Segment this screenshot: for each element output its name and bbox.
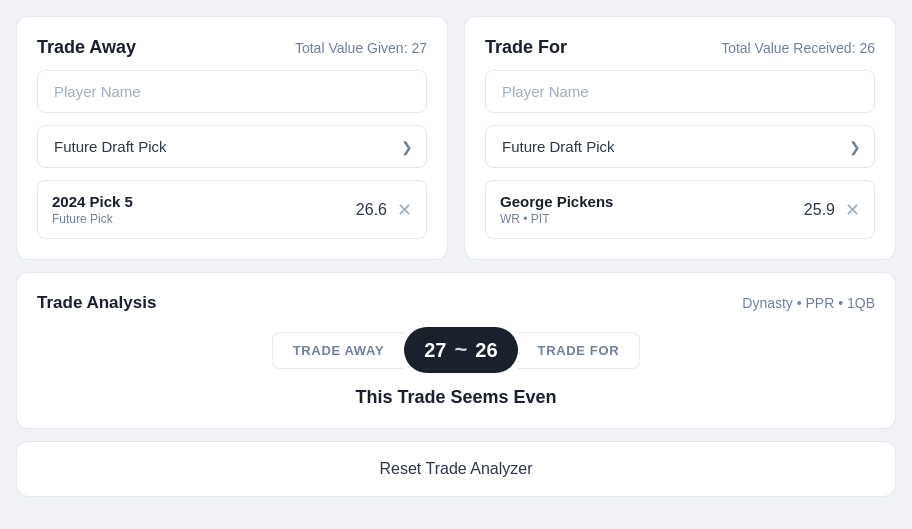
trade-for-player-input[interactable] — [485, 70, 875, 113]
trade-away-card-value: 26.6 — [356, 201, 387, 219]
analysis-section: Trade Analysis Dynasty • PPR • 1QB TRADE… — [16, 272, 896, 429]
trade-away-value: Total Value Given: 27 — [295, 40, 427, 56]
trade-away-title: Trade Away — [37, 37, 136, 58]
trade-for-panel: Trade For Total Value Received: 26 Futur… — [464, 16, 896, 260]
trade-for-card-info: George Pickens WR • PIT — [500, 193, 613, 226]
reset-section: Reset Trade Analyzer — [16, 441, 896, 497]
trade-away-player-input[interactable] — [37, 70, 427, 113]
trade-for-select-wrapper: Future Draft Pick ❯ — [485, 125, 875, 168]
trade-away-card-right: 26.6 ✕ — [356, 201, 412, 219]
trade-for-remove-button[interactable]: ✕ — [845, 201, 860, 219]
trade-for-header: Trade For Total Value Received: 26 — [485, 37, 875, 58]
analysis-bar: TRADE AWAY 27 ~ 26 TRADE FOR — [37, 327, 875, 373]
trade-away-panel: Trade Away Total Value Given: 27 Future … — [16, 16, 448, 260]
reset-button[interactable]: Reset Trade Analyzer — [16, 441, 896, 497]
trade-for-card-value: 25.9 — [804, 201, 835, 219]
trade-away-card-info: 2024 Pick 5 Future Pick — [52, 193, 133, 226]
trade-away-header: Trade Away Total Value Given: 27 — [37, 37, 427, 58]
analysis-meta: Dynasty • PPR • 1QB — [742, 295, 875, 311]
trade-for-card-sub: WR • PIT — [500, 212, 613, 226]
trade-for-draft-select[interactable]: Future Draft Pick — [485, 125, 875, 168]
trade-for-card-right: 25.9 ✕ — [804, 201, 860, 219]
top-panels: Trade Away Total Value Given: 27 Future … — [16, 16, 896, 260]
trade-away-card-name: 2024 Pick 5 — [52, 193, 133, 210]
score-away: 27 — [424, 339, 446, 362]
trade-away-draft-select[interactable]: Future Draft Pick — [37, 125, 427, 168]
trade-away-bar-label: TRADE AWAY — [272, 332, 405, 369]
trade-for-card-name: George Pickens — [500, 193, 613, 210]
trade-for-bar-label: TRADE FOR — [518, 332, 641, 369]
trade-for-card: George Pickens WR • PIT 25.9 ✕ — [485, 180, 875, 239]
trade-for-title: Trade For — [485, 37, 567, 58]
scores-pill: 27 ~ 26 — [404, 327, 517, 373]
trade-away-card-sub: Future Pick — [52, 212, 133, 226]
trade-away-remove-button[interactable]: ✕ — [397, 201, 412, 219]
score-for: 26 — [475, 339, 497, 362]
trade-for-value: Total Value Received: 26 — [721, 40, 875, 56]
analysis-header: Trade Analysis Dynasty • PPR • 1QB — [37, 293, 875, 313]
analysis-title: Trade Analysis — [37, 293, 156, 313]
trade-away-select-wrapper: Future Draft Pick ❯ — [37, 125, 427, 168]
analysis-verdict: This Trade Seems Even — [355, 387, 556, 408]
trade-away-card: 2024 Pick 5 Future Pick 26.6 ✕ — [37, 180, 427, 239]
tilde-icon: ~ — [454, 337, 467, 363]
